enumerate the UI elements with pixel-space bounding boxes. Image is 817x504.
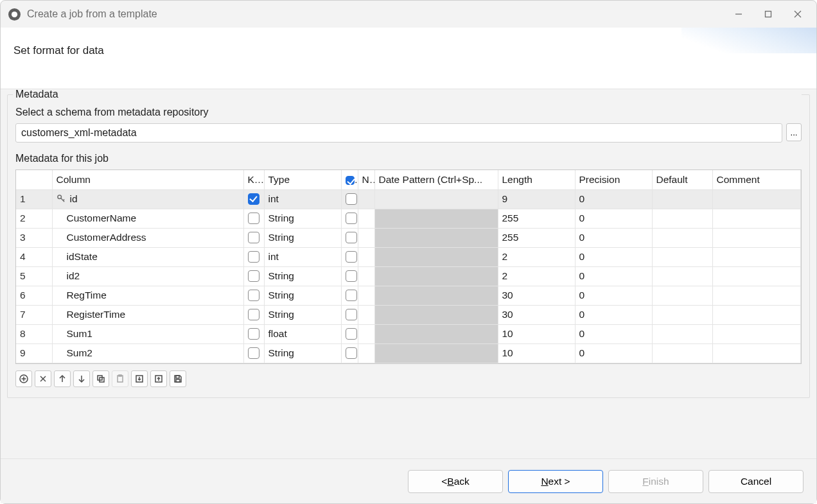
- copy-button[interactable]: [92, 370, 109, 387]
- th-key[interactable]: K...: [243, 170, 264, 189]
- cell-n[interactable]: [358, 209, 374, 228]
- cell-rownum[interactable]: 3: [16, 228, 52, 247]
- cell-comment[interactable]: [712, 324, 801, 343]
- cell-default[interactable]: [652, 247, 712, 266]
- table-row[interactable]: 1idint90: [16, 189, 801, 209]
- cell-key[interactable]: [243, 324, 264, 343]
- th-date-pattern[interactable]: Date Pattern (Ctrl+Sp...: [374, 170, 498, 189]
- table-row[interactable]: 5id2String20: [16, 266, 801, 286]
- cell-default[interactable]: [652, 286, 712, 305]
- metadata-table[interactable]: Column K... Type N. Date Pattern (Ctrl+S…: [15, 169, 802, 364]
- cell-key[interactable]: [243, 189, 264, 209]
- cell-n-check[interactable]: [341, 343, 358, 363]
- cell-precision[interactable]: 0: [575, 189, 652, 209]
- th-n[interactable]: N.: [358, 170, 374, 189]
- add-row-button[interactable]: [15, 370, 32, 387]
- cell-length[interactable]: 2: [498, 266, 575, 286]
- cell-key[interactable]: [243, 286, 264, 305]
- key-checkbox[interactable]: [248, 347, 259, 359]
- cell-default[interactable]: [652, 189, 712, 209]
- next-button[interactable]: Next >: [508, 470, 603, 493]
- th-ncheck[interactable]: [341, 170, 358, 189]
- cell-length[interactable]: 255: [498, 209, 575, 228]
- cell-default[interactable]: [652, 228, 712, 247]
- key-checkbox[interactable]: [248, 213, 259, 224]
- cell-comment[interactable]: [712, 343, 801, 363]
- cell-rownum[interactable]: 4: [16, 247, 52, 266]
- cell-column-name[interactable]: idState: [52, 247, 243, 266]
- cell-date-pattern[interactable]: [374, 209, 498, 228]
- table-row[interactable]: 9Sum2String100: [16, 343, 801, 363]
- table-row[interactable]: 3CustomerAddressString2550: [16, 228, 801, 247]
- cell-type[interactable]: String: [264, 228, 341, 247]
- move-down-button[interactable]: [73, 370, 90, 387]
- cell-key[interactable]: [243, 305, 264, 324]
- cell-n-check[interactable]: [341, 189, 358, 209]
- cell-comment[interactable]: [712, 228, 801, 247]
- cell-length[interactable]: 9: [498, 189, 575, 209]
- th-column[interactable]: Column: [52, 170, 243, 189]
- cell-date-pattern[interactable]: [374, 228, 498, 247]
- cell-n[interactable]: [358, 189, 374, 209]
- cell-n[interactable]: [358, 247, 374, 266]
- table-row[interactable]: 8Sum1float100: [16, 324, 801, 343]
- cell-precision[interactable]: 0: [575, 286, 652, 305]
- cell-column-name[interactable]: RegTime: [52, 286, 243, 305]
- back-button[interactable]: < Back: [408, 470, 503, 493]
- browse-schema-button[interactable]: ...: [786, 123, 802, 141]
- cell-n-check[interactable]: [341, 209, 358, 228]
- cell-type[interactable]: String: [264, 343, 341, 363]
- key-checkbox[interactable]: [248, 290, 259, 301]
- cell-date-pattern[interactable]: [374, 189, 498, 209]
- cell-n[interactable]: [358, 266, 374, 286]
- cell-rownum[interactable]: 2: [16, 209, 52, 228]
- cell-date-pattern[interactable]: [374, 305, 498, 324]
- cell-precision[interactable]: 0: [575, 247, 652, 266]
- minimize-button[interactable]: [724, 4, 753, 24]
- nullable-checkbox[interactable]: [346, 328, 357, 340]
- cell-rownum[interactable]: 8: [16, 324, 52, 343]
- cell-comment[interactable]: [712, 286, 801, 305]
- nullable-checkbox[interactable]: [346, 347, 357, 359]
- cell-date-pattern[interactable]: [374, 266, 498, 286]
- cell-comment[interactable]: [712, 247, 801, 266]
- cell-length[interactable]: 30: [498, 305, 575, 324]
- cell-rownum[interactable]: 9: [16, 343, 52, 363]
- cell-comment[interactable]: [712, 266, 801, 286]
- cancel-button[interactable]: Cancel: [708, 470, 804, 493]
- cell-precision[interactable]: 0: [575, 209, 652, 228]
- cell-date-pattern[interactable]: [374, 247, 498, 266]
- cell-column-name[interactable]: id: [52, 189, 243, 209]
- cell-key[interactable]: [243, 247, 264, 266]
- cell-type[interactable]: String: [264, 286, 341, 305]
- nullable-checkbox[interactable]: [346, 290, 357, 301]
- key-checkbox[interactable]: [248, 270, 259, 282]
- cell-n-check[interactable]: [341, 266, 358, 286]
- cell-comment[interactable]: [712, 305, 801, 324]
- cell-type[interactable]: float: [264, 324, 341, 343]
- save-button[interactable]: [170, 370, 186, 387]
- nullable-checkbox[interactable]: [346, 251, 357, 263]
- cell-date-pattern[interactable]: [374, 286, 498, 305]
- cell-type[interactable]: int: [264, 247, 341, 266]
- nullable-checkbox[interactable]: [346, 213, 357, 224]
- cell-key[interactable]: [243, 343, 264, 363]
- nullable-checkbox[interactable]: [346, 309, 357, 320]
- import-button[interactable]: [131, 370, 148, 387]
- nullable-checkbox[interactable]: [346, 193, 357, 205]
- th-length[interactable]: Length: [498, 170, 575, 189]
- key-checkbox[interactable]: [248, 251, 259, 263]
- cell-default[interactable]: [652, 266, 712, 286]
- key-checkbox[interactable]: [248, 328, 259, 340]
- cell-key[interactable]: [243, 228, 264, 247]
- cell-type[interactable]: String: [264, 209, 341, 228]
- cell-length[interactable]: 10: [498, 343, 575, 363]
- cell-precision[interactable]: 0: [575, 324, 652, 343]
- cell-length[interactable]: 2: [498, 247, 575, 266]
- cell-type[interactable]: String: [264, 305, 341, 324]
- cell-comment[interactable]: [712, 209, 801, 228]
- table-row[interactable]: 4idStateint20: [16, 247, 801, 266]
- cell-n[interactable]: [358, 324, 374, 343]
- cell-n-check[interactable]: [341, 228, 358, 247]
- cell-comment[interactable]: [712, 189, 801, 209]
